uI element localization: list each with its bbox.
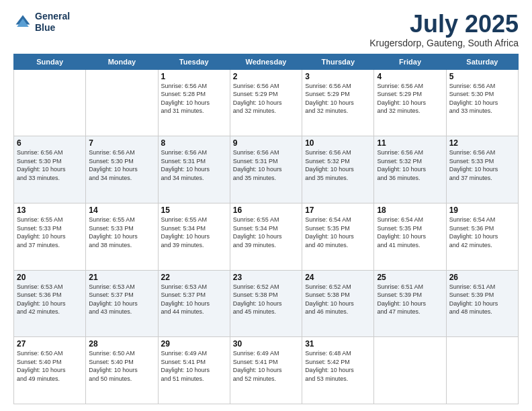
header-sunday: Sunday xyxy=(14,54,86,69)
day-info: Sunrise: 6:56 AM Sunset: 5:30 PM Dayligh… xyxy=(17,148,83,182)
day-number: 4 xyxy=(377,72,443,81)
table-row: 17Sunrise: 6:54 AM Sunset: 5:35 PM Dayli… xyxy=(302,203,374,270)
day-info: Sunrise: 6:55 AM Sunset: 5:34 PM Dayligh… xyxy=(161,216,227,249)
day-info: Sunrise: 6:48 AM Sunset: 5:42 PM Dayligh… xyxy=(305,349,371,383)
table-row: 20Sunrise: 6:53 AM Sunset: 5:36 PM Dayli… xyxy=(14,270,86,337)
day-number: 23 xyxy=(233,273,299,282)
day-info: Sunrise: 6:56 AM Sunset: 5:29 PM Dayligh… xyxy=(233,82,299,116)
header-monday: Monday xyxy=(86,54,158,69)
table-row: 18Sunrise: 6:54 AM Sunset: 5:35 PM Dayli… xyxy=(374,203,446,270)
day-info: Sunrise: 6:56 AM Sunset: 5:30 PM Dayligh… xyxy=(89,148,154,182)
calendar-week-row: 20Sunrise: 6:53 AM Sunset: 5:36 PM Dayli… xyxy=(14,270,519,337)
day-info: Sunrise: 6:53 AM Sunset: 5:37 PM Dayligh… xyxy=(161,283,227,316)
table-row: 26Sunrise: 6:51 AM Sunset: 5:39 PM Dayli… xyxy=(446,270,518,337)
table-row: 15Sunrise: 6:55 AM Sunset: 5:34 PM Dayli… xyxy=(158,203,230,270)
header-friday: Friday xyxy=(374,54,446,69)
month-title: July 2025 xyxy=(369,11,519,38)
table-row: 28Sunrise: 6:50 AM Sunset: 5:40 PM Dayli… xyxy=(86,337,158,404)
table-row: 9Sunrise: 6:56 AM Sunset: 5:31 PM Daylig… xyxy=(230,136,302,203)
table-row: 3Sunrise: 6:56 AM Sunset: 5:29 PM Daylig… xyxy=(302,69,374,136)
day-info: Sunrise: 6:50 AM Sunset: 5:40 PM Dayligh… xyxy=(89,349,154,383)
calendar-week-row: 13Sunrise: 6:55 AM Sunset: 5:33 PM Dayli… xyxy=(14,203,519,270)
page: General Blue July 2025 Krugersdorp, Gaut… xyxy=(0,0,532,411)
logo: General Blue xyxy=(13,11,70,34)
day-number: 3 xyxy=(305,72,371,81)
day-number: 16 xyxy=(233,205,299,215)
table-row: 27Sunrise: 6:50 AM Sunset: 5:40 PM Dayli… xyxy=(14,337,86,404)
logo-line1: General xyxy=(35,11,70,22)
day-info: Sunrise: 6:56 AM Sunset: 5:29 PM Dayligh… xyxy=(377,82,443,116)
table-row: 7Sunrise: 6:56 AM Sunset: 5:30 PM Daylig… xyxy=(86,136,158,203)
calendar-week-row: 27Sunrise: 6:50 AM Sunset: 5:40 PM Dayli… xyxy=(14,337,519,404)
day-number: 2 xyxy=(233,72,299,81)
table-row: 22Sunrise: 6:53 AM Sunset: 5:37 PM Dayli… xyxy=(158,270,230,337)
table-row: 21Sunrise: 6:53 AM Sunset: 5:37 PM Dayli… xyxy=(86,270,158,337)
day-number: 25 xyxy=(377,273,443,282)
day-info: Sunrise: 6:54 AM Sunset: 5:35 PM Dayligh… xyxy=(305,216,371,249)
header-saturday: Saturday xyxy=(446,54,518,69)
day-number: 22 xyxy=(161,273,227,282)
header: General Blue July 2025 Krugersdorp, Gaut… xyxy=(13,11,519,48)
day-number: 11 xyxy=(377,138,443,148)
day-number: 6 xyxy=(17,138,83,148)
table-row: 29Sunrise: 6:49 AM Sunset: 5:41 PM Dayli… xyxy=(158,337,230,404)
table-row: 10Sunrise: 6:56 AM Sunset: 5:32 PM Dayli… xyxy=(302,136,374,203)
day-number: 5 xyxy=(449,72,515,81)
table-row: 6Sunrise: 6:56 AM Sunset: 5:30 PM Daylig… xyxy=(14,136,86,203)
calendar-table: Sunday Monday Tuesday Wednesday Thursday… xyxy=(13,54,519,404)
day-number: 18 xyxy=(377,205,443,215)
table-row xyxy=(14,69,86,136)
header-thursday: Thursday xyxy=(302,54,374,69)
day-number: 12 xyxy=(449,138,515,148)
day-info: Sunrise: 6:56 AM Sunset: 5:31 PM Dayligh… xyxy=(161,148,227,182)
table-row: 8Sunrise: 6:56 AM Sunset: 5:31 PM Daylig… xyxy=(158,136,230,203)
table-row: 2Sunrise: 6:56 AM Sunset: 5:29 PM Daylig… xyxy=(230,69,302,136)
table-row: 11Sunrise: 6:56 AM Sunset: 5:32 PM Dayli… xyxy=(374,136,446,203)
title-block: July 2025 Krugersdorp, Gauteng, South Af… xyxy=(369,11,519,48)
day-number: 31 xyxy=(305,339,371,349)
day-number: 10 xyxy=(305,138,371,148)
day-number: 24 xyxy=(305,273,371,282)
table-row: 31Sunrise: 6:48 AM Sunset: 5:42 PM Dayli… xyxy=(302,337,374,404)
logo-text: General Blue xyxy=(35,11,70,34)
table-row: 23Sunrise: 6:52 AM Sunset: 5:38 PM Dayli… xyxy=(230,270,302,337)
day-info: Sunrise: 6:51 AM Sunset: 5:39 PM Dayligh… xyxy=(377,283,443,316)
day-info: Sunrise: 6:51 AM Sunset: 5:39 PM Dayligh… xyxy=(449,283,515,316)
logo-line2: Blue xyxy=(35,22,70,34)
table-row: 5Sunrise: 6:56 AM Sunset: 5:30 PM Daylig… xyxy=(446,69,518,136)
day-number: 17 xyxy=(305,205,371,215)
table-row: 24Sunrise: 6:52 AM Sunset: 5:38 PM Dayli… xyxy=(302,270,374,337)
day-info: Sunrise: 6:56 AM Sunset: 5:32 PM Dayligh… xyxy=(377,148,443,182)
table-row: 25Sunrise: 6:51 AM Sunset: 5:39 PM Dayli… xyxy=(374,270,446,337)
day-info: Sunrise: 6:52 AM Sunset: 5:38 PM Dayligh… xyxy=(233,283,299,316)
calendar-week-row: 6Sunrise: 6:56 AM Sunset: 5:30 PM Daylig… xyxy=(14,136,519,203)
table-row: 12Sunrise: 6:56 AM Sunset: 5:33 PM Dayli… xyxy=(446,136,518,203)
day-info: Sunrise: 6:56 AM Sunset: 5:31 PM Dayligh… xyxy=(233,148,299,182)
day-info: Sunrise: 6:54 AM Sunset: 5:36 PM Dayligh… xyxy=(449,216,515,249)
day-info: Sunrise: 6:55 AM Sunset: 5:34 PM Dayligh… xyxy=(233,216,299,249)
day-info: Sunrise: 6:50 AM Sunset: 5:40 PM Dayligh… xyxy=(17,349,83,383)
day-number: 19 xyxy=(449,205,515,215)
logo-icon xyxy=(13,13,32,32)
day-info: Sunrise: 6:49 AM Sunset: 5:41 PM Dayligh… xyxy=(161,349,227,383)
day-number: 8 xyxy=(161,138,227,148)
day-number: 30 xyxy=(233,339,299,349)
day-number: 27 xyxy=(17,339,83,349)
table-row: 1Sunrise: 6:56 AM Sunset: 5:28 PM Daylig… xyxy=(158,69,230,136)
header-wednesday: Wednesday xyxy=(230,54,302,69)
day-info: Sunrise: 6:56 AM Sunset: 5:30 PM Dayligh… xyxy=(449,82,515,116)
day-info: Sunrise: 6:52 AM Sunset: 5:38 PM Dayligh… xyxy=(305,283,371,316)
day-info: Sunrise: 6:55 AM Sunset: 5:33 PM Dayligh… xyxy=(17,216,83,249)
day-info: Sunrise: 6:54 AM Sunset: 5:35 PM Dayligh… xyxy=(377,216,443,249)
day-info: Sunrise: 6:56 AM Sunset: 5:33 PM Dayligh… xyxy=(449,148,515,182)
day-number: 28 xyxy=(89,339,154,349)
day-number: 7 xyxy=(89,138,154,148)
day-number: 14 xyxy=(89,205,154,215)
day-info: Sunrise: 6:49 AM Sunset: 5:41 PM Dayligh… xyxy=(233,349,299,383)
table-row: 13Sunrise: 6:55 AM Sunset: 5:33 PM Dayli… xyxy=(14,203,86,270)
day-number: 13 xyxy=(17,205,83,215)
day-number: 9 xyxy=(233,138,299,148)
table-row: 14Sunrise: 6:55 AM Sunset: 5:33 PM Dayli… xyxy=(86,203,158,270)
day-number: 26 xyxy=(449,273,515,282)
day-info: Sunrise: 6:56 AM Sunset: 5:32 PM Dayligh… xyxy=(305,148,371,182)
